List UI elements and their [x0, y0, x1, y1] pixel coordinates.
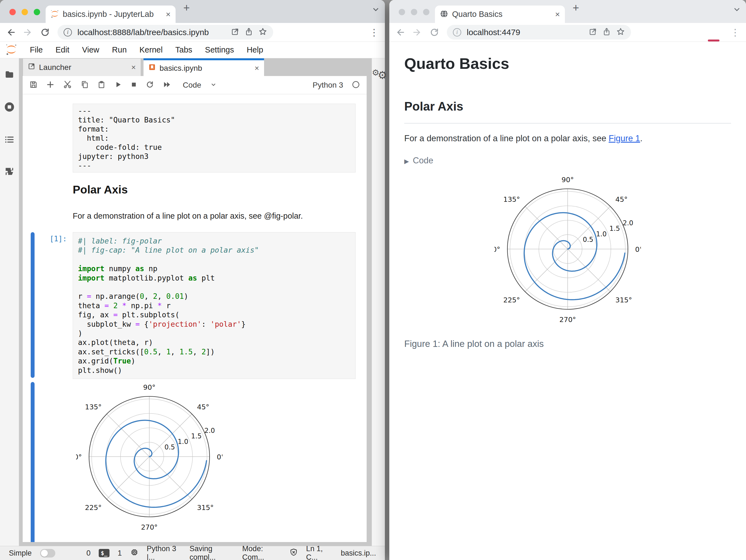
bookmark-star-icon[interactable] — [259, 27, 267, 37]
tab-search-chevron-icon[interactable] — [372, 5, 380, 14]
svg-text:45°: 45° — [615, 196, 628, 203]
tab-label: Launcher — [39, 63, 127, 72]
browser-toolbar: i localhost:8888/lab/tree/basics.ipynb ⋮ — [0, 23, 385, 42]
menu-file[interactable]: File — [30, 45, 43, 55]
kernel-status-text[interactable]: Python 3 |... — [147, 544, 181, 560]
svg-text:315°: 315° — [197, 504, 214, 512]
menu-kernel[interactable]: Kernel — [139, 45, 163, 55]
browser-tabstrip: basics.ipynb - JupyterLab × + — [0, 0, 385, 23]
svg-text:1.5: 1.5 — [191, 432, 202, 440]
reload-button[interactable] — [430, 28, 439, 37]
cell-type-chevron-icon[interactable] — [210, 81, 217, 89]
back-button[interactable] — [395, 28, 405, 37]
launcher-icon — [28, 63, 35, 72]
forward-button[interactable] — [23, 28, 33, 37]
minimize-window-button[interactable] — [411, 9, 417, 15]
address-bar[interactable]: i localhost:4479 — [447, 25, 631, 39]
run-cell-button[interactable] — [114, 81, 122, 90]
insert-cell-button[interactable] — [46, 81, 55, 90]
cursor-position[interactable]: Ln 1, C... — [306, 544, 332, 560]
raw-yaml-cell[interactable]: ---title: "Quarto Basics"format: html: c… — [73, 104, 355, 173]
figure-1-link[interactable]: Figure 1 — [609, 134, 640, 143]
trust-shield-icon[interactable] — [289, 548, 298, 558]
paste-cells-button[interactable] — [97, 81, 106, 90]
menu-run[interactable]: Run — [112, 45, 126, 55]
output-cell-indicator[interactable] — [31, 382, 34, 542]
menu-settings[interactable]: Settings — [205, 45, 234, 55]
browser-menu-icon[interactable]: ⋮ — [730, 27, 740, 38]
menu-tabs[interactable]: Tabs — [175, 45, 192, 55]
maximize-window-button[interactable] — [34, 9, 40, 15]
forward-button[interactable] — [412, 28, 422, 37]
document-tabbar: Launcher × basics.ipynb × — [23, 58, 372, 76]
simple-mode-toggle[interactable] — [40, 549, 56, 558]
svg-text:225°: 225° — [85, 504, 102, 512]
kernel-count: 1 — [118, 549, 122, 558]
svg-text:0°: 0° — [635, 245, 641, 254]
maximize-window-button[interactable] — [423, 9, 429, 15]
code-cell-editor[interactable]: #| label: fig-polar#| fig-cap: "A line p… — [73, 232, 355, 379]
code-fold-summary[interactable]: ▶Code — [404, 156, 731, 166]
save-button[interactable] — [29, 81, 38, 90]
open-in-window-icon[interactable] — [231, 28, 239, 37]
window-controls[interactable] — [9, 9, 40, 15]
menu-help[interactable]: Help — [247, 45, 263, 55]
svg-text:90°: 90° — [143, 383, 155, 391]
interrupt-kernel-button[interactable] — [131, 81, 137, 89]
execution-count: [1]: — [23, 235, 67, 243]
url-text[interactable]: localhost:8888/lab/tree/basics.ipynb — [78, 28, 225, 37]
file-browser-icon[interactable] — [4, 69, 15, 81]
site-info-icon[interactable]: i — [64, 28, 72, 36]
share-icon[interactable] — [602, 28, 611, 37]
url-text[interactable]: localhost:4479 — [467, 28, 583, 37]
open-in-window-icon[interactable] — [589, 28, 597, 37]
jupyterlab-activity-bar — [0, 58, 19, 546]
cut-cells-button[interactable] — [63, 80, 72, 90]
close-window-button[interactable] — [9, 9, 16, 15]
browser-tab[interactable]: basics.ipynb - JupyterLab × — [46, 5, 176, 23]
table-of-contents-icon[interactable] — [4, 135, 15, 146]
browser-menu-icon[interactable]: ⋮ — [369, 27, 379, 38]
extension-manager-icon[interactable] — [4, 167, 15, 178]
tab-close-icon[interactable]: × — [555, 10, 560, 19]
restart-kernel-button[interactable] — [146, 81, 154, 90]
close-tab-icon[interactable]: × — [255, 64, 259, 73]
property-inspector-icon[interactable]: ⚙⚙ — [372, 68, 389, 77]
tab-launcher[interactable]: Launcher × — [23, 58, 141, 76]
notebook-scroll-area[interactable]: ---title: "Quarto Basics"format: html: c… — [23, 94, 367, 542]
cell-type-dropdown[interactable]: Code — [183, 81, 201, 90]
running-kernels-icon[interactable] — [4, 101, 15, 114]
back-button[interactable] — [6, 28, 16, 37]
close-window-button[interactable] — [399, 9, 405, 15]
browser-tab[interactable]: Quarto Basics × — [435, 5, 565, 23]
tab-notebook[interactable]: basics.ipynb × — [144, 58, 264, 76]
tab-search-chevron-icon[interactable] — [733, 5, 741, 14]
bookmark-star-icon[interactable] — [616, 27, 625, 37]
minimize-window-button[interactable] — [22, 9, 28, 15]
menu-view[interactable]: View — [82, 45, 99, 55]
site-info-icon[interactable]: i — [453, 28, 461, 36]
markdown-paragraph[interactable]: For a demonstration of a line plot on a … — [73, 211, 303, 220]
copy-cells-button[interactable] — [81, 81, 89, 90]
markdown-heading[interactable]: Polar Axis — [73, 183, 128, 196]
kernel-name-button[interactable]: Python 3 — [312, 81, 343, 90]
share-icon[interactable] — [245, 28, 253, 37]
close-tab-icon[interactable]: × — [131, 63, 136, 72]
tab-close-icon[interactable]: × — [166, 10, 171, 19]
svg-text:180°: 180° — [76, 453, 82, 461]
kernel-chip-icon — [130, 548, 139, 558]
svg-text:270°: 270° — [141, 523, 157, 531]
menu-edit[interactable]: Edit — [56, 45, 69, 55]
code-fold: ▶Code — [404, 156, 731, 166]
svg-text:270°: 270° — [560, 316, 576, 324]
new-tab-button[interactable]: + — [573, 2, 579, 14]
reload-button[interactable] — [40, 28, 50, 37]
kernel-status-icon[interactable] — [352, 81, 360, 90]
restart-run-all-button[interactable] — [163, 80, 171, 90]
new-tab-button[interactable]: + — [183, 2, 190, 14]
polar-chart-figure: 0°45°90°135°180°225°270°315°0.51.01.52.0 — [494, 175, 641, 326]
right-sidebar-collapsed: ⚙⚙ — [372, 58, 385, 546]
active-cell-indicator[interactable] — [31, 232, 34, 378]
address-bar[interactable]: i localhost:8888/lab/tree/basics.ipynb — [58, 25, 273, 39]
window-controls[interactable] — [399, 9, 429, 15]
